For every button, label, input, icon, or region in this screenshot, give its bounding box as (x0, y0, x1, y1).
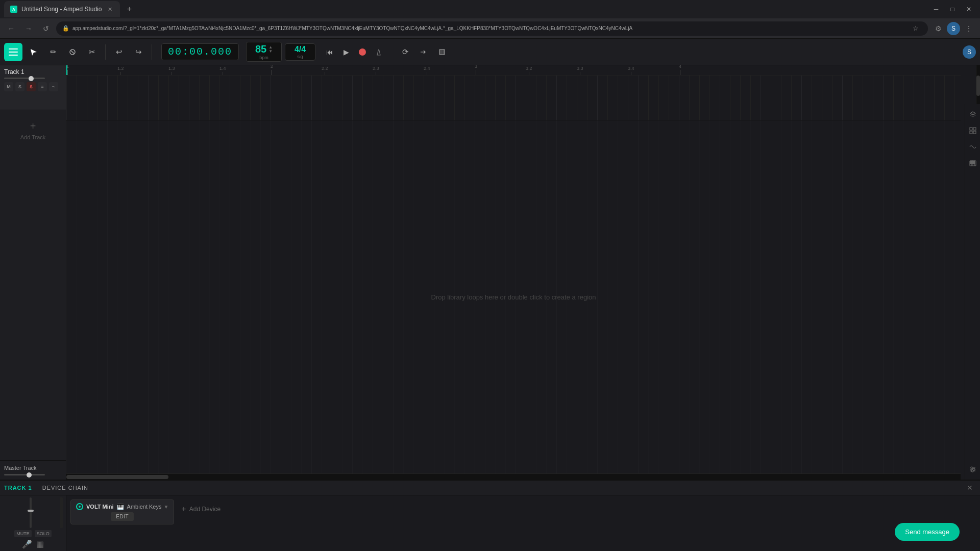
more-icon[interactable]: ⋮ (962, 21, 976, 36)
track-1-content[interactable] (66, 76, 961, 120)
v-scrollbar-thumb[interactable] (976, 76, 980, 96)
track-1-content-inner (66, 76, 961, 120)
rewind-button[interactable]: ⏮ (323, 45, 337, 59)
eraser-tool-button[interactable] (64, 44, 81, 60)
menu-button[interactable] (4, 43, 22, 61)
device-item: VOLT Mini 🎹 Ambient Keys ▼ EDIT (70, 499, 174, 524)
minimize-button[interactable]: ─ (929, 2, 943, 16)
extensions-icon[interactable]: ⚙ (931, 21, 945, 36)
time-signature-display[interactable]: 4/4 sig (285, 43, 315, 61)
active-tab[interactable]: A Untitled Song - Amped Studio ✕ (4, 1, 120, 17)
eq-right-icon[interactable] (967, 463, 979, 475)
pencil-tool-button[interactable]: ✏ (45, 44, 61, 60)
track-1-eq-button[interactable]: ≡ (38, 82, 47, 91)
lock-icon: 🔒 (62, 25, 69, 32)
solo-button[interactable]: SOLO (35, 530, 52, 537)
address-bar[interactable]: 🔒 app.ampedstudio.com/?_gl=1*zkt20c*_ga*… (56, 21, 928, 36)
svg-marker-2 (377, 51, 380, 55)
add-device-plus-icon: + (181, 505, 186, 514)
track-1-volume-thumb (29, 76, 34, 81)
wave-icon[interactable] (967, 141, 979, 153)
record-button[interactable] (355, 45, 370, 59)
undo-button[interactable]: ↩ (111, 44, 127, 60)
send-message-button[interactable]: Send message (895, 523, 960, 541)
bpm-label: bpm (259, 55, 268, 60)
svg-rect-16 (972, 161, 973, 164)
window-controls: ─ □ ✕ (929, 2, 976, 16)
horizontal-scrollbar[interactable] (66, 473, 961, 480)
master-track-area: Master Track (0, 460, 66, 480)
device-item-header: VOLT Mini 🎹 Ambient Keys ▼ (76, 503, 168, 510)
forward-button[interactable]: → (21, 21, 36, 36)
account-icon[interactable]: S (963, 45, 976, 59)
timeline-area: 1 1.2 1.3 1.4 (66, 65, 961, 480)
grid-icon[interactable] (967, 124, 979, 137)
add-device-button[interactable]: + Add Device (178, 502, 224, 517)
ruler-mark-2.2: 2.2 (322, 66, 328, 75)
bpm-display[interactable]: 85 ▲ ▼ bpm (246, 42, 282, 62)
new-tab-button[interactable]: + (122, 2, 136, 16)
app-toolbar: ✏ ✂ ↩ ↪ 00:00.000 85 ▲ ▼ bpm 4/4 (0, 39, 980, 65)
cursor-tool-button[interactable] (26, 44, 42, 60)
device-power-button[interactable] (76, 503, 83, 510)
device-preset-name: Ambient Keys (127, 504, 162, 510)
piano-icon[interactable] (967, 157, 979, 169)
device-edit-button[interactable]: EDIT (111, 512, 134, 521)
loop-button[interactable]: ⟳ (397, 44, 413, 60)
mixer-buttons: MUTE SOLO (3, 530, 63, 537)
svg-rect-7 (970, 128, 972, 130)
sig-label: sig (297, 54, 303, 59)
layers-icon[interactable] (967, 108, 979, 120)
track-1-auto-button[interactable]: ~ (49, 82, 58, 91)
track-1-volume-slider[interactable] (4, 78, 45, 79)
metronome-button[interactable] (372, 45, 386, 59)
bottom-panel-header: TRACK 1 DEVICE CHAIN ✕ (0, 481, 980, 495)
menu-icon (9, 48, 18, 56)
mic-icon[interactable]: 🎤 (22, 539, 32, 549)
svg-rect-15 (970, 161, 971, 164)
empty-tracks-area[interactable]: Drop library loops here or double click … (66, 120, 961, 473)
scissor-tool-button[interactable]: ✂ (84, 44, 100, 60)
address-bar-icons: ☆ (910, 22, 922, 35)
track-1-arm-button[interactable]: $ (27, 82, 36, 91)
playhead[interactable] (66, 65, 67, 75)
metronome2-button[interactable] (434, 44, 450, 60)
tab-title: Untitled Song - Amped Studio (21, 6, 102, 13)
bars-icon[interactable]: ▦ (36, 539, 44, 549)
svg-point-21 (971, 467, 973, 469)
track-1-header: Track 1 M S $ ≡ ~ (0, 65, 66, 110)
track-1-mute-button[interactable]: M (4, 82, 13, 91)
device-preset-selector[interactable]: Ambient Keys ▼ (127, 504, 169, 510)
track-1-controls: M S $ ≡ ~ (4, 82, 62, 91)
profile-avatar[interactable]: S (947, 22, 960, 35)
h-scrollbar-thumb[interactable] (66, 475, 168, 479)
back-button[interactable]: ← (4, 21, 18, 36)
transport-controls: ⏮ ▶ (323, 45, 386, 59)
punch-in-button[interactable] (415, 44, 432, 60)
ruler-mark-2.4: 2.4 (424, 66, 430, 75)
refresh-button[interactable]: ↺ (39, 21, 53, 36)
channel-fader[interactable] (30, 497, 32, 528)
close-button[interactable]: ✕ (962, 2, 976, 16)
add-track-area[interactable]: + Add Track (0, 110, 66, 460)
track-1-solo-button[interactable]: S (15, 82, 24, 91)
bpm-arrows[interactable]: ▲ ▼ (268, 45, 273, 54)
maximize-button[interactable]: □ (945, 2, 960, 16)
timeline-ruler[interactable]: 1 1.2 1.3 1.4 (66, 65, 961, 76)
play-button[interactable]: ▶ (339, 45, 353, 59)
redo-button[interactable]: ↪ (130, 44, 146, 60)
ruler-mark-1.3: 1.3 (168, 66, 175, 75)
tab-close-btn[interactable]: ✕ (106, 5, 114, 13)
ruler-mark-3: 3 (475, 65, 477, 75)
master-volume-slider[interactable] (4, 474, 45, 475)
main-area: Track 1 M S $ ≡ ~ + Add Track (0, 65, 980, 480)
profile-icon[interactable]: S (946, 21, 961, 36)
menu-line-3 (9, 55, 18, 56)
mute-button[interactable]: MUTE (14, 530, 32, 537)
bookmark-icon[interactable]: ☆ (910, 22, 922, 35)
account-avatar[interactable]: S (963, 45, 976, 59)
mixer-strip: MUTE SOLO 🎤 ▦ (0, 495, 66, 551)
bpm-value: 85 ▲ ▼ (255, 43, 273, 55)
bottom-close-button[interactable]: ✕ (964, 482, 976, 494)
svg-rect-8 (973, 128, 976, 130)
